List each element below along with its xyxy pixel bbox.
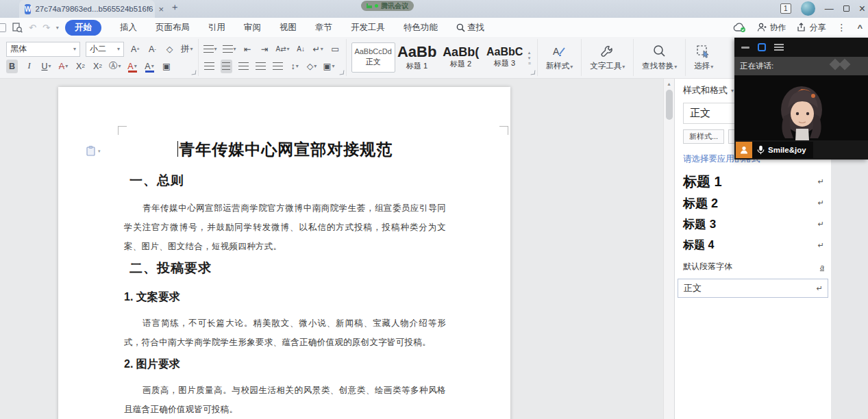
pinyin-guide-button[interactable]: 拼▾ [181,42,193,56]
char-shading-button[interactable]: ▣ [161,60,173,73]
highlight-color-button[interactable]: A▾ [127,60,138,73]
style-item-default-font[interactable]: 默认段落字体 a [675,256,831,277]
tencent-meeting-overlay[interactable]: 正在讲话: [734,38,868,160]
style-item-heading2[interactable]: 标题 2 ↵ [675,192,831,214]
tab-insert[interactable]: 插入 [120,22,137,34]
cloud-sync-icon[interactable] [733,23,746,32]
text-frame-button[interactable]: ▭ [330,42,341,56]
paragraph-dialog-launcher-icon[interactable] [339,71,344,75]
font-name-select[interactable]: 黑体 ▾ [6,42,80,57]
collapse-ribbon-icon[interactable]: ^ [857,23,863,33]
gallery-scroll-up-icon[interactable]: ▴ [528,50,531,55]
scrollbar-up-icon[interactable]: ▴ [664,79,674,87]
overlay-minimize-icon[interactable] [741,47,749,49]
sort-button[interactable]: A↓ [295,42,307,56]
doc-paragraph-2[interactable]: 语言简练，不可长篇大论。精美散文、微小说、新闻稿、宝藏人物介绍等形式，符合中南大… [124,314,446,352]
text-tools-button[interactable]: 文字工具▾ [581,39,633,76]
new-style-button[interactable]: A 新样式▾ [537,39,582,76]
subscript-button[interactable]: X2 [92,60,103,73]
overlay-layout-icon[interactable] [758,43,766,51]
char-border-button[interactable]: Ⓐ▾ [109,60,121,73]
style-normal[interactable]: AaBbCcDd 正文 [351,42,395,72]
select-button[interactable]: 选择▾ [685,39,721,76]
doc-heading-1[interactable]: 一、总则 [129,172,446,190]
gallery-expand-icon[interactable]: ≡ [528,61,531,66]
decrease-indent-button[interactable]: ⇤ [242,42,253,56]
italic-button[interactable]: I [23,60,35,73]
maximize-button[interactable] [843,5,850,12]
tab-review[interactable]: 审阅 [244,22,261,34]
increase-indent-button[interactable]: ⇥ [259,42,271,56]
align-left-button[interactable] [203,60,215,73]
tab-close-icon[interactable]: × [158,4,164,14]
bold-button[interactable]: B [6,60,18,73]
document-tab[interactable]: W 27c74a79863ed...b565524b516f6 × [19,0,155,18]
styles-dialog-launcher-icon[interactable] [530,71,535,75]
grow-font-button[interactable]: A+ [129,42,141,56]
print-preview-icon[interactable] [12,23,23,33]
paste-options-button[interactable]: ▾ [86,146,101,156]
find-replace-button[interactable]: 查找替换▾ [633,39,685,76]
doc-heading-2[interactable]: 二、投稿要求 [129,259,446,277]
doc-paragraph-1[interactable]: 青年传媒中心网宣部运营商学院官方微博中南商院学生荟，组宣委员应引导同学关注官方微… [124,199,446,256]
doc-subheading-2[interactable]: 2. 图片要求 [124,357,446,372]
member-icon[interactable] [736,142,752,158]
tab-references[interactable]: 引用 [208,22,225,34]
tab-special-features[interactable]: 特色功能 [404,22,438,34]
document-count-badge[interactable]: 1 [780,3,791,14]
tab-view[interactable]: 视图 [280,22,297,34]
close-button[interactable]: × [859,3,865,14]
tab-find[interactable]: 查找 [456,22,484,34]
font-dialog-launcher-icon[interactable] [191,71,196,75]
share-button[interactable]: 分享 [797,22,826,34]
shrink-font-button[interactable]: A- [147,42,158,56]
collaborate-button[interactable]: 协作 [757,22,786,34]
doc-subheading-1[interactable]: 1. 文案要求 [124,290,446,305]
document-scrollbar[interactable]: ▴ [663,79,674,419]
gallery-scroll-down-icon[interactable]: ▾ [528,55,531,61]
text-direction-button[interactable]: A⇄▾ [276,42,290,56]
clear-format-button[interactable]: ◇ [164,42,175,56]
tab-page-layout[interactable]: 页面布局 [156,22,190,34]
strikethrough-button[interactable]: A▾ [58,60,69,73]
justify-button[interactable] [255,60,266,73]
style-item-heading1[interactable]: 标题 1 ↵ [675,171,831,192]
redo-icon[interactable]: ↷ [42,23,50,33]
save-icon[interactable] [0,23,6,32]
underline-button[interactable]: U▾ [40,60,52,73]
style-item-heading4[interactable]: 标题 4 ↵ [675,235,831,256]
overlay-menu-icon[interactable] [774,44,784,51]
align-right-button[interactable] [238,60,249,73]
borders-button[interactable]: ▣▾ [323,60,335,73]
quick-access-customize-icon[interactable]: ▾ [56,25,59,31]
tab-developer[interactable]: 开发工具 [351,22,385,34]
document-title[interactable]: 青年传媒中心网宣部对接规范 [124,139,446,160]
participant-video[interactable] [734,75,868,140]
user-avatar[interactable] [801,1,815,16]
style-heading1[interactable]: AaBb 标题 1 [395,42,439,72]
style-heading2[interactable]: AaBb( 标题 2 [439,42,483,72]
style-item-normal-selected[interactable]: 正文 ↵ [678,279,828,298]
superscript-button[interactable]: X2 [75,60,86,73]
meeting-floating-pill[interactable]: 腾讯会议 [361,1,414,11]
new-style-panel-button[interactable]: 新样式... [683,129,724,144]
doc-paragraph-3[interactable]: 画质高，图片质量高。与校园生活相关的风景类、创意类、绘画类等多种风格且蕴含正确价… [124,381,446,419]
style-heading3[interactable]: AaBbC 标题 3 [483,42,527,72]
align-center-button[interactable] [221,60,232,73]
tab-home[interactable]: 开始 [65,20,101,36]
tab-section[interactable]: 章节 [315,22,332,34]
scrollbar-thumb[interactable] [666,90,673,120]
style-item-heading3[interactable]: 标题 3 ↵ [675,214,831,235]
font-color-button[interactable]: A▾ [144,60,156,73]
paragraph-shading-button[interactable]: ◇▾ [306,60,318,73]
line-spacing-button[interactable]: ↕▾ [289,60,301,73]
numbered-list-button[interactable]: ▾ [223,42,236,56]
undo-icon[interactable]: ↶ [29,23,36,33]
distribute-button[interactable] [272,60,284,73]
document-page[interactable]: ▾ 青年传媒中心网宣部对接规范 一、总则 青年传媒中心网宣部运营商学院官方微博中… [58,87,510,419]
bullet-list-button[interactable]: ▾ [203,42,217,56]
more-menu-icon[interactable]: ⋮ [836,22,846,33]
minimize-button[interactable]: — [825,4,834,13]
font-size-select[interactable]: 小二 ▾ [86,42,124,57]
new-tab-button[interactable]: ＋ [170,1,179,14]
